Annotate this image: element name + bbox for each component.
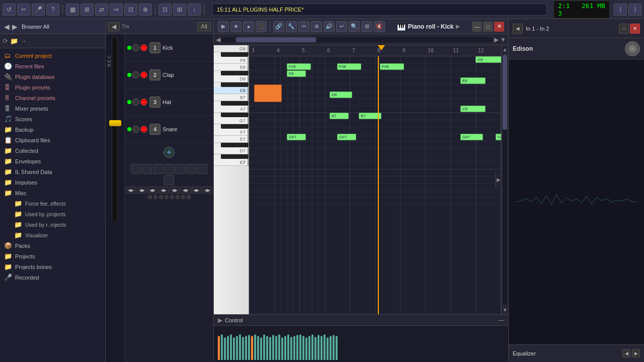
step-btn-7[interactable] — [197, 164, 207, 174]
note-gs7-3[interactable]: G#7 — [460, 134, 483, 140]
step-dot-1[interactable] — [148, 195, 152, 199]
note-c8-1[interactable]: C8 — [460, 106, 486, 112]
piano-key-d7[interactable]: D7 — [214, 147, 249, 154]
sidebar-item-envelopes[interactable]: 📁 Envelopes — [0, 156, 105, 166]
pr-minimize-btn[interactable]: — — [472, 22, 482, 32]
track-clap-active-dot[interactable] — [127, 73, 131, 77]
sidebar-item-recorded[interactable]: 🎤 Recorded — [0, 272, 105, 283]
pr-vscroll-thumb[interactable] — [503, 55, 507, 130]
note-grid-area[interactable]: 3 4 5 6 7 8 9 10 11 12 13 14 15 — [249, 45, 501, 314]
note-b7-1[interactable]: B7 — [330, 113, 349, 119]
step-btn-8[interactable] — [164, 175, 174, 185]
vel-bar-6[interactable] — [233, 337, 235, 360]
piano-key-ds7[interactable] — [221, 143, 249, 147]
step-dot-2[interactable] — [153, 195, 157, 199]
piano-key-fs8[interactable] — [221, 52, 249, 57]
vel-bar-30[interactable] — [305, 337, 307, 360]
edison-knob[interactable] — [625, 41, 640, 56]
track-kick-active-dot[interactable] — [127, 46, 131, 50]
pr-close-btn[interactable]: ✕ — [494, 22, 504, 32]
note-fs8-3[interactable]: F#8 — [380, 63, 404, 70]
sidebar-item-current-project[interactable]: 🗂 Current project — [0, 50, 105, 61]
pr-undo-btn[interactable]: ↩ — [336, 21, 347, 32]
eq-btn-left[interactable]: ◀ — [622, 349, 630, 357]
vel-bar-31[interactable] — [308, 336, 310, 360]
track-kick-btn1[interactable] — [132, 44, 139, 51]
step-dot-7[interactable] — [181, 195, 185, 199]
pr-vscroll-track[interactable] — [503, 55, 507, 305]
toolbar-cut[interactable]: ✂ — [17, 4, 30, 16]
vel-bar-10[interactable] — [245, 336, 247, 360]
piano-key-f7[interactable]: F7 — [214, 129, 249, 136]
step-btn-2[interactable] — [142, 164, 152, 174]
track-clap-btn1[interactable] — [132, 71, 139, 78]
vel-bar-33[interactable] — [314, 337, 316, 360]
toolbar-browser[interactable]: ⊡ — [124, 4, 137, 16]
vel-bar-13[interactable] — [254, 334, 256, 360]
toolbar-export[interactable]: ⊞ — [173, 4, 186, 16]
pr-maximize-btn[interactable]: □ — [483, 22, 493, 32]
tracks-all-btn[interactable]: All — [197, 22, 211, 31]
piano-key-as7[interactable] — [221, 101, 249, 106]
toolbar-mixer[interactable]: ⇄ — [95, 4, 108, 16]
sidebar-nav-next[interactable]: ▶ — [12, 23, 18, 31]
sidebar-item-clipboard[interactable]: 📋 Clipboard files — [0, 135, 105, 145]
vel-bar-38[interactable] — [330, 336, 332, 360]
sidebar-item-scores[interactable]: 🎵 Scores — [0, 114, 105, 124]
pr-vscroll-up[interactable]: ▲ — [502, 45, 508, 54]
sidebar-item-il-shared[interactable]: 📁 IL Shared Data — [0, 166, 105, 177]
step-dot-5[interactable] — [170, 195, 174, 199]
note-e8[interactable]: E8 — [460, 77, 486, 84]
step-dot-8[interactable] — [187, 195, 191, 199]
pr-scroll-left-btn[interactable]: ◀ — [216, 36, 220, 43]
sidebar-item-impulses[interactable]: 📁 Impulses — [0, 177, 105, 188]
vel-bar-12[interactable] — [251, 336, 253, 360]
vel-bar-7[interactable] — [236, 336, 238, 360]
piano-key-fs7[interactable] — [221, 124, 249, 129]
vel-bar-20[interactable] — [275, 336, 277, 360]
pr-scrollbar-thumb[interactable] — [235, 37, 316, 42]
step-arrow-3[interactable]: ◀▶ — [148, 187, 158, 194]
control-expand-btn[interactable]: ▶ — [218, 317, 222, 324]
vel-bar-27[interactable] — [296, 335, 298, 360]
pr-tool-btn[interactable]: 🔧 — [286, 21, 297, 32]
main-fader-thumb[interactable] — [109, 120, 121, 126]
control-collapse-icon[interactable]: — — [498, 317, 504, 324]
pr-scroll-right-btn[interactable]: ▶ — [494, 36, 499, 43]
sidebar-item-projects-bones[interactable]: 📁 Projects bones — [0, 261, 105, 272]
vel-bar-18[interactable] — [269, 337, 271, 360]
pr-scroll-right[interactable]: ▶ — [495, 172, 501, 188]
vel-bar-17[interactable] — [266, 336, 268, 360]
note-f8-1[interactable]: F8 — [287, 70, 306, 77]
toolbar-transport-prev[interactable]: ⟨ — [614, 4, 627, 16]
step-dot-4[interactable] — [165, 195, 169, 199]
track-kick-btn2[interactable]: – — [140, 44, 147, 51]
pr-scrollbar-track[interactable] — [222, 37, 493, 42]
step-arrow-4[interactable]: ◀▶ — [158, 187, 169, 194]
pr-add-btn[interactable]: ⊕ — [311, 21, 322, 32]
vel-bar-3[interactable] — [224, 337, 226, 360]
step-btn-6[interactable] — [186, 164, 196, 174]
toolbar-transport-next[interactable]: ⟩ — [628, 4, 641, 16]
sidebar-item-plugin-database[interactable]: 🔌 Plugin database — [0, 71, 105, 82]
sidebar-nav-prev[interactable]: ◀ — [4, 23, 10, 31]
vel-bar-35[interactable] — [320, 336, 323, 360]
step-dot-6[interactable] — [176, 195, 180, 199]
piano-key-d8[interactable]: D8 — [214, 75, 249, 82]
toolbar-save[interactable]: ⊡ — [158, 4, 172, 16]
note-gs7-2[interactable]: G#7 — [337, 134, 356, 140]
piano-key-cs8[interactable] — [221, 82, 249, 87]
sidebar-arrow-icon[interactable]: → — [20, 37, 27, 45]
vel-bar-14[interactable] — [257, 336, 259, 360]
piano-key-ds8[interactable] — [221, 71, 249, 75]
track-snare-num[interactable]: 4 — [149, 124, 160, 135]
track-hat-btn2[interactable]: – — [140, 99, 147, 106]
note-gs7-1[interactable]: G#7 — [287, 134, 306, 140]
sidebar-item-channel-presets[interactable]: 🎚 Channel presets — [0, 93, 105, 103]
pr-mute-btn[interactable]: 🔇 — [374, 21, 385, 32]
step-btn-3[interactable] — [153, 164, 163, 174]
pr-stop-btn[interactable]: ⬛ — [256, 21, 267, 32]
vel-bar-15[interactable] — [260, 337, 262, 360]
piano-key-cs7[interactable] — [221, 154, 249, 159]
vel-bar-39[interactable] — [333, 335, 335, 360]
